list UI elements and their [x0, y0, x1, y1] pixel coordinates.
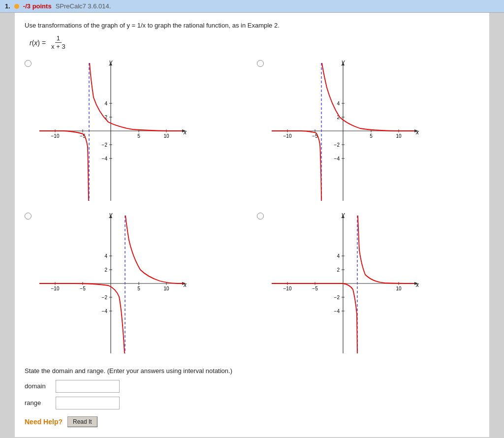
svg-text:−10: −10 — [51, 286, 60, 291]
function-display: r(x) = 1 x + 3 — [30, 34, 479, 52]
svg-text:−4: −4 — [102, 309, 108, 314]
graph-cell-top-right: y x −10 −5 5 10 — [257, 58, 479, 206]
svg-text:−4: −4 — [334, 156, 340, 161]
content-area: Use transformations of the graph of y = … — [15, 13, 489, 437]
question-code: SPreCalc7 3.6.014. — [56, 2, 111, 10]
svg-text:2: 2 — [104, 267, 107, 273]
need-help-label: Need Help? — [25, 418, 63, 426]
svg-text:10: 10 — [163, 286, 169, 291]
graph-cell-bottom-right: y x −10 −5 10 4 — [257, 211, 479, 358]
svg-text:5: 5 — [137, 286, 140, 291]
question-number: 1. — [5, 2, 10, 10]
svg-text:4: 4 — [337, 253, 340, 259]
domain-range-instruction: State the domain and range. (Enter your … — [25, 366, 479, 376]
function-fraction: 1 x + 3 — [50, 34, 67, 52]
status-dot — [14, 4, 19, 9]
question-text: Use transformations of the graph of y = … — [25, 21, 479, 31]
svg-text:x: x — [183, 282, 187, 288]
range-input[interactable] — [56, 397, 120, 409]
need-help-section: Need Help? Read It — [25, 416, 479, 427]
denominator: x + 3 — [50, 43, 67, 51]
radio-wrap-bottom-right: y x −10 −5 10 4 — [257, 211, 419, 358]
svg-text:−5: −5 — [312, 286, 318, 291]
svg-text:−4: −4 — [102, 156, 108, 161]
graph-svg-top-left: y x −10 — [34, 58, 187, 206]
svg-text:4: 4 — [104, 253, 107, 259]
domain-input[interactable] — [56, 380, 120, 393]
range-label: range — [25, 399, 52, 407]
svg-text:5: 5 — [137, 133, 140, 139]
svg-text:−5: −5 — [80, 286, 86, 291]
svg-text:x: x — [183, 129, 187, 136]
domain-range-section: State the domain and range. (Enter your … — [25, 366, 479, 409]
svg-text:10: 10 — [396, 133, 402, 139]
svg-text:−10: −10 — [51, 133, 60, 139]
svg-text:−2: −2 — [334, 295, 340, 300]
svg-text:2: 2 — [337, 267, 340, 273]
graph-svg-bottom-right: y x −10 −5 10 4 — [267, 211, 419, 358]
radio-bottom-right[interactable] — [257, 213, 264, 219]
svg-text:x: x — [415, 282, 419, 288]
svg-text:−4: −4 — [334, 309, 340, 314]
svg-text:−2: −2 — [102, 142, 108, 148]
svg-text:x: x — [415, 129, 419, 136]
numerator: 1 — [55, 34, 62, 43]
page-outer: 1. -/3 points SPreCalc7 3.6.014. Use tra… — [0, 0, 504, 438]
radio-top-left[interactable] — [25, 60, 32, 67]
points-label: -/3 points — [23, 2, 52, 10]
svg-text:−10: −10 — [284, 133, 292, 139]
graph-svg-top-right: y x −10 −5 5 10 — [267, 58, 419, 206]
svg-text:4: 4 — [104, 101, 107, 106]
graph-cell-top-left: y x −10 — [25, 58, 247, 206]
graph-svg-bottom-left: y x −10 −5 5 10 — [34, 211, 187, 358]
svg-text:5: 5 — [370, 133, 373, 139]
range-row: range — [25, 397, 479, 409]
radio-wrap-top-left: y x −10 — [25, 58, 187, 206]
svg-text:4: 4 — [337, 101, 340, 106]
radio-bottom-left[interactable] — [25, 213, 32, 219]
radio-wrap-top-right: y x −10 −5 5 10 — [257, 58, 419, 206]
svg-text:10: 10 — [396, 286, 402, 291]
graph-cell-bottom-left: y x −10 −5 5 10 — [25, 211, 247, 358]
graphs-container: y x −10 — [25, 58, 479, 358]
domain-row: domain — [25, 380, 479, 393]
radio-top-right[interactable] — [257, 60, 264, 67]
svg-text:10: 10 — [163, 133, 169, 139]
header-bar: 1. -/3 points SPreCalc7 3.6.014. — [0, 0, 504, 13]
domain-label: domain — [25, 382, 52, 390]
read-it-button[interactable]: Read It — [67, 416, 97, 427]
svg-text:−2: −2 — [102, 295, 108, 300]
function-label: r(x) = — [30, 39, 46, 47]
radio-wrap-bottom-left: y x −10 −5 5 10 — [25, 211, 187, 358]
question-instruction: Use transformations of the graph of y = … — [25, 22, 280, 29]
svg-text:−10: −10 — [284, 286, 292, 291]
svg-text:−2: −2 — [334, 142, 340, 148]
